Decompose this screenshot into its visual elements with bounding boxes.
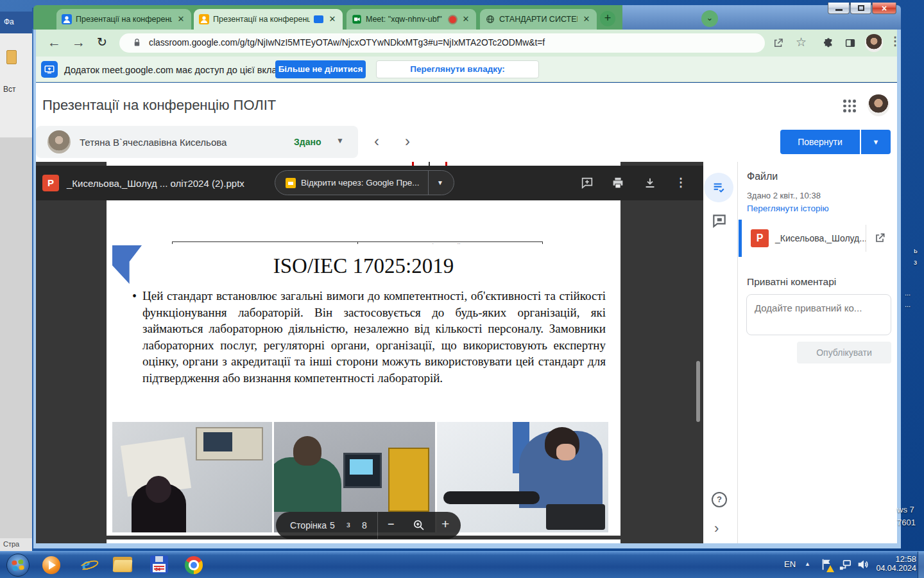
private-comment-input[interactable] (746, 294, 891, 335)
return-button[interactable]: Повернути (780, 130, 860, 154)
zoom-in-button[interactable]: + (441, 516, 449, 532)
viewer-scrollbar-thumb[interactable] (696, 361, 700, 422)
grading-sidebar: ? › Файли Здано 2 квіт., 10:38 Перегляну… (703, 162, 897, 543)
url-text: classroom.google.com/g/tg/NjIwNzI5MTEyOT… (149, 38, 545, 48)
tab-search-button[interactable]: ⌄ (701, 10, 718, 27)
view-history-link[interactable]: Переглянути історію (747, 204, 829, 213)
word-file-tab[interactable]: Фа (4, 17, 14, 26)
zoom-glass-button[interactable] (412, 518, 425, 532)
viewer-menu-kebab-icon[interactable]: ⋮ (675, 175, 687, 189)
start-button[interactable] (6, 554, 30, 577)
address-bar[interactable]: classroom.google.com/g/tg/NjIwNzI5MTEyOT… (119, 33, 765, 53)
reload-icon[interactable]: ↻ (97, 35, 107, 49)
collapse-sidebar-chevron[interactable]: › (714, 520, 719, 537)
student-name: Тетяна В`ячеславівна Кисельова (80, 137, 227, 148)
publish-button[interactable]: Опублікувати (797, 342, 891, 363)
floppy-save-icon[interactable]: 64 (150, 556, 168, 574)
close-tab-icon[interactable]: ✕ (581, 14, 592, 24)
profile-avatar[interactable] (865, 34, 883, 52)
return-dropdown-button[interactable]: ▼ (861, 130, 891, 154)
window-border-bottom (33, 543, 901, 548)
side-panel-icon[interactable] (844, 37, 856, 49)
extensions-puzzle-icon[interactable] (823, 37, 834, 49)
word-title-bar: Фа (0, 12, 32, 33)
tab-presentation-2-active[interactable]: Презентації на конференці ✕ (194, 9, 343, 30)
globe-icon (485, 14, 495, 24)
page-of-label: з (346, 520, 350, 529)
close-tab-icon[interactable]: ✕ (327, 14, 338, 24)
internet-explorer-icon[interactable]: e (80, 554, 100, 575)
taskbar: e 64 W 14 EN ▲ (0, 551, 924, 578)
zoom-out-button[interactable]: − (388, 518, 395, 531)
submitted-file-row[interactable]: P _Кисельова,_Шолуд... (739, 220, 892, 257)
page-label: Сторінка (290, 520, 327, 530)
forward-icon[interactable]: → (72, 35, 85, 50)
word-status-fragment: Стра (3, 540, 19, 548)
person-icon (199, 14, 209, 24)
tab-presentation-1[interactable]: Презентації на конференцію ПО ✕ (56, 9, 191, 30)
current-slide: ISO/IEC 17025:2019 • Цей стандарт встано… (107, 244, 620, 536)
language-indicator[interactable]: EN (784, 559, 796, 569)
minimize-button[interactable] (828, 3, 850, 14)
windows-build-watermark: 7601 (897, 518, 916, 527)
sidebar-rail: ? › (703, 162, 738, 543)
view-tab-button[interactable]: Переглянути вкладку: meet.google.com (376, 60, 539, 78)
close-tab-icon[interactable]: ✕ (176, 14, 186, 24)
desktop-icon-label-fragment: ... (905, 301, 911, 308)
close-tab-icon[interactable]: ✕ (461, 14, 471, 24)
next-student-chevron[interactable]: › (405, 132, 410, 150)
maximize-button[interactable] (850, 3, 871, 14)
add-comment-icon[interactable] (580, 176, 594, 190)
word-status-bar: Стра (0, 538, 32, 551)
chrome-icon[interactable] (185, 556, 203, 574)
page-current[interactable]: 5 (330, 520, 335, 530)
background-word-window: Фа Вст Буфер Стра (0, 12, 32, 551)
bullet-marker: • (132, 289, 137, 304)
account-avatar[interactable] (868, 94, 889, 116)
meet-icon (352, 14, 362, 24)
tab-meet[interactable]: Meet: "xqw-nhnv-ubf" ✕ (346, 9, 476, 30)
submitted-timestamp: Здано 2 квіт., 10:38 (747, 191, 821, 200)
open-with-caret-icon[interactable]: ▼ (437, 179, 443, 186)
pptx-file-icon: P (751, 229, 769, 247)
desktop-icon-label-fragment: ... (905, 289, 911, 297)
google-apps-grid-icon[interactable] (843, 100, 856, 112)
back-icon[interactable]: ← (47, 35, 61, 50)
word-document-area (0, 137, 32, 538)
file-explorer-icon[interactable] (113, 557, 132, 572)
clock[interactable]: 12:58 04.04.2024 (862, 554, 916, 576)
show-desktop-button[interactable] (918, 552, 924, 578)
previous-student-chevron[interactable]: ‹ (374, 132, 379, 150)
comment-bank-icon[interactable] (711, 213, 728, 229)
open-with-button[interactable]: Відкрити через: Google Пре... ▼ (275, 170, 454, 195)
print-icon[interactable] (611, 176, 625, 190)
clock-date: 04.04.2024 (862, 564, 916, 573)
network-icon[interactable] (838, 557, 853, 572)
hidden-icons-chevron[interactable]: ▲ (805, 561, 810, 567)
browser-toolbar: ← → ↻ classroom.google.com/g/tg/NjIwNzI5… (36, 30, 897, 57)
student-selector-card[interactable]: Тетяна В`ячеславівна Кисельова Здано ▼ (36, 126, 358, 158)
grading-summary-icon[interactable] (704, 173, 733, 202)
status-dropdown-caret-icon[interactable]: ▼ (336, 136, 344, 145)
bookmark-star-icon[interactable]: ☆ (796, 35, 807, 49)
stop-sharing-button[interactable]: Більше не ділитися (275, 60, 366, 78)
page-title: Презентації на конференцію ПОЛІТ (42, 97, 276, 114)
help-icon[interactable]: ? (712, 492, 727, 507)
open-in-new-icon[interactable] (873, 232, 886, 245)
document-viewer: P _Кисельова,_Шолуд ... оліт2024 (2).ppt… (36, 162, 703, 543)
tab-title: Презентації на конференці (213, 15, 310, 24)
slide-photo-mechanical-repair (437, 422, 608, 532)
lock-icon[interactable] (132, 38, 142, 48)
action-center-flag-icon[interactable] (820, 557, 834, 573)
tab-standards[interactable]: СТАНДАРТИ СИСТЕМИ УПРАВЛ ✕ (480, 9, 597, 30)
browser-menu-kebab-icon[interactable]: ⋮ (889, 34, 901, 48)
new-tab-button[interactable]: + (600, 11, 615, 26)
download-icon[interactable] (643, 176, 657, 190)
share-icon[interactable] (773, 37, 784, 49)
slide-photo-electronics-lab (112, 422, 272, 532)
word-insert-tab[interactable]: Вст (3, 85, 16, 94)
screen-share-icon (41, 61, 58, 78)
media-player-icon[interactable] (42, 556, 60, 574)
close-button[interactable]: × (872, 3, 896, 14)
tab-title: СТАНДАРТИ СИСТЕМИ УПРАВЛ (499, 15, 578, 24)
